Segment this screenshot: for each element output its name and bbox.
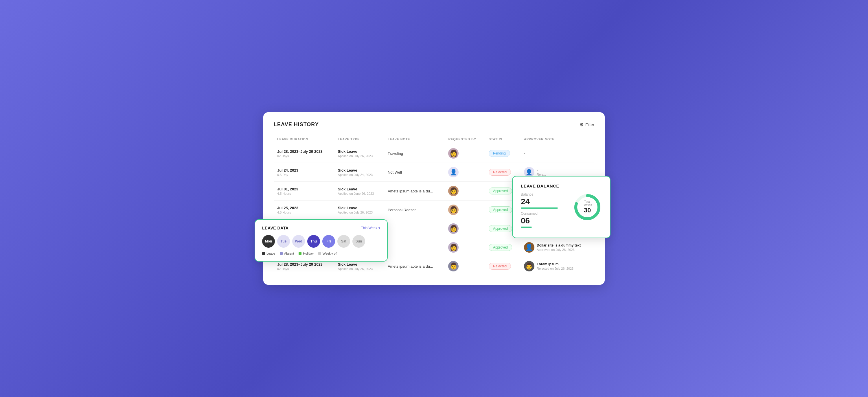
requester-cell: 👤 — [445, 163, 485, 182]
approver-note-text: - Reje... — [537, 168, 546, 176]
approver-note-main: - — [537, 168, 546, 172]
approver-note-main: Dollar site is a dummy text — [537, 243, 581, 247]
approver-note-main: Lorem ipsum — [537, 262, 574, 266]
leave-data-title: LEAVE DATA — [262, 226, 288, 230]
date-main: Jul 24, 2023 — [277, 168, 331, 173]
avatar: 👩 — [448, 148, 459, 159]
approver-cell: - — [521, 144, 594, 163]
type-cell: Sick Leave Applied on July 24, 2023 — [335, 163, 384, 182]
consumed-value: 06 — [521, 216, 567, 225]
donut-chart: Total Leaves 30 — [573, 193, 602, 222]
status-badge: Approved — [489, 187, 512, 194]
status-badge: Approved — [489, 206, 512, 213]
dot-holiday — [299, 252, 302, 255]
leave-data-card: LEAVE DATA This Week ▾ Mon Tue Wed Thu F… — [255, 219, 388, 262]
date-sub: 4.5 Hours — [277, 192, 331, 195]
status-cell: Pending — [485, 144, 521, 163]
type-sub: Applied on July 26, 2023 — [338, 267, 381, 271]
leave-balance-card: LEAVE BALANCE Balance 24 Consumed 06 Tot… — [512, 176, 611, 238]
note-text: Amets ipsum aote is a du... — [388, 189, 433, 193]
type-sub: Applied on July 26, 2023 — [338, 211, 381, 214]
day-tue[interactable]: Tue — [277, 235, 290, 248]
day-wed[interactable]: Wed — [292, 235, 305, 248]
requester-cell: 👩 — [445, 219, 485, 238]
main-card: LEAVE DATA This Week ▾ Mon Tue Wed Thu F… — [263, 112, 605, 285]
consumed-bar — [521, 226, 532, 228]
date-sub: 02 Days — [277, 154, 331, 158]
status-cell: Rejected — [485, 257, 521, 276]
legend-absent: Absent — [280, 252, 294, 255]
requester-cell: 👩 — [445, 201, 485, 219]
consumed-section: Consumed 06 — [521, 212, 567, 228]
legend-leave-label: Leave — [267, 252, 275, 255]
donut-label: Total Leaves 30 — [580, 200, 595, 214]
note-cell: Not Well — [384, 163, 445, 182]
dot-leave — [262, 252, 265, 255]
legend-row: Leave Absent Holiday Weekly off — [262, 252, 380, 255]
days-row: Mon Tue Wed Thu Fri Sat Sun — [262, 235, 380, 248]
col-approver: APPROVER NOTE — [521, 134, 594, 144]
total-leaves-value: 30 — [580, 207, 595, 214]
note-text: Not Well — [388, 170, 402, 175]
approver-avatar: 👤 — [524, 242, 534, 253]
balance-section: Balance 24 — [521, 192, 567, 209]
page-title: LEAVE HISTORY — [274, 122, 319, 128]
dot-weeklyoff — [318, 252, 321, 255]
approver-note-sub: Approved on July 26, 2023 — [537, 248, 581, 251]
status-cell: Approved — [485, 238, 521, 257]
day-mon[interactable]: Mon — [262, 235, 275, 248]
leave-balance-left: LEAVE BALANCE Balance 24 Consumed 06 — [521, 183, 567, 231]
balance-value: 24 — [521, 197, 567, 206]
type-cell: Sick Leave Applied on June 26, 2023 — [335, 182, 384, 201]
type-cell: Sick Leave Applied on July 26, 2023 — [335, 144, 384, 163]
status-badge: Pending — [489, 150, 510, 157]
avatar: 👩 — [448, 186, 459, 196]
date-main: Jul 28, 2023–July 29 2023 — [277, 262, 331, 267]
dot-absent — [280, 252, 283, 255]
type-main: Sick Leave — [338, 149, 381, 154]
date-sub: 4.5 Hours — [277, 211, 331, 214]
filter-button[interactable]: ⚙ Filter — [580, 122, 594, 127]
note-cell — [384, 238, 445, 257]
avatar: 👩 — [448, 223, 459, 234]
status-badge: Rejected — [489, 263, 511, 270]
duration-cell: Jul 01, 2023 4.5 Hours — [274, 182, 335, 201]
date-main: Jul 01, 2023 — [277, 187, 331, 191]
filter-icon: ⚙ — [580, 122, 584, 127]
legend-holiday-label: Holiday — [303, 252, 314, 255]
duration-cell: Jul 24, 2023 0.5 Day — [274, 163, 335, 182]
this-week-button[interactable]: This Week ▾ — [361, 226, 380, 230]
type-sub: Applied on July 24, 2023 — [338, 173, 381, 177]
balance-bar — [521, 208, 558, 209]
type-sub: Applied on June 26, 2023 — [338, 192, 381, 195]
day-sun[interactable]: Sun — [352, 235, 365, 248]
col-note: LEAVE NOTE — [384, 134, 445, 144]
legend-leave: Leave — [262, 252, 275, 255]
requester-cell: 👩 — [445, 144, 485, 163]
day-thu[interactable]: Thu — [307, 235, 320, 248]
note-text: Personal Reason — [388, 208, 416, 212]
duration-cell: Jul 28, 2023–July 29 2023 02 Days — [274, 144, 335, 163]
note-cell — [384, 219, 445, 238]
note-text: Traveling — [388, 151, 403, 156]
approver-info: 👨 Lorem ipsum Rejected on July 26, 2023 — [524, 261, 591, 271]
date-sub: 0.5 Day — [277, 173, 331, 177]
status-badge: Approved — [489, 225, 512, 232]
type-main: Sick Leave — [338, 206, 381, 210]
header-row: LEAVE HISTORY ⚙ Filter — [274, 122, 594, 128]
col-type: LEAVE TYPE — [335, 134, 384, 144]
status-badge: Rejected — [489, 169, 511, 176]
duration-cell: Jul 25, 2023 4.5 Hours — [274, 201, 335, 219]
chevron-down-icon: ▾ — [378, 226, 380, 230]
avatar: 👩 — [448, 205, 459, 215]
day-fri[interactable]: Fri — [322, 235, 335, 248]
approver-info: 👤 Dollar site is a dummy text Approved o… — [524, 242, 591, 253]
legend-weeklyoff-label: Weekly off — [322, 252, 337, 255]
legend-holiday: Holiday — [299, 252, 314, 255]
approver-note-text: Lorem ipsum Rejected on July 26, 2023 — [537, 262, 574, 270]
note-cell: Amets ipsum aote is a du... — [384, 182, 445, 201]
consumed-label: Consumed — [521, 212, 567, 216]
avatar: 👩 — [448, 242, 459, 253]
note-cell: Traveling — [384, 144, 445, 163]
day-sat[interactable]: Sat — [337, 235, 350, 248]
